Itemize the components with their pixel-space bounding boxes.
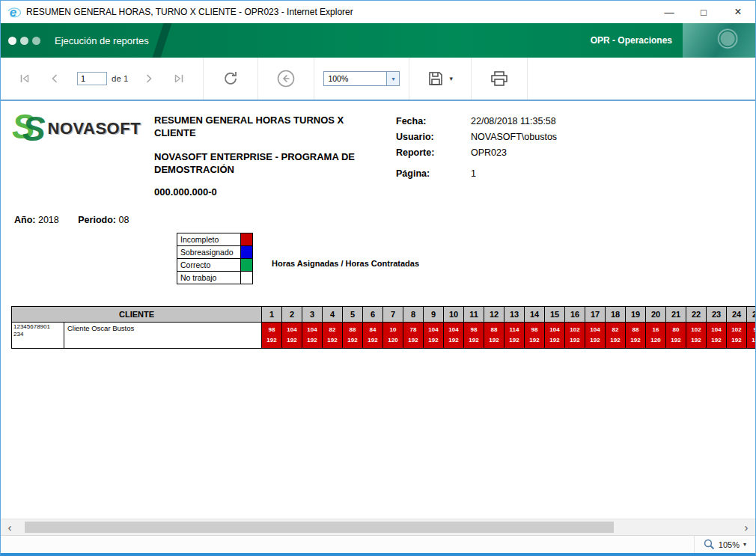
day-header-cell: 22 (686, 307, 707, 323)
previous-page-icon (49, 73, 61, 85)
day-header-cell: 7 (383, 307, 403, 323)
close-button[interactable]: × (721, 1, 755, 23)
last-page-button[interactable] (164, 68, 194, 89)
hours-cell-values: 10120 (383, 323, 403, 348)
hours-contracted: 192 (287, 337, 296, 343)
hours-cell: 98192 (464, 323, 484, 349)
chevron-down-icon[interactable]: ▾ (386, 72, 399, 85)
hours-cell-values: 82192 (323, 323, 342, 348)
hours-contracted: 192 (752, 337, 755, 343)
zoom-select-value: 100% (324, 72, 386, 85)
window-controls: — □ × (652, 1, 755, 23)
hours-cell-values: 84192 (363, 323, 382, 348)
meta-label: Usuario: (396, 132, 471, 142)
hours-assigned: 98 (754, 327, 755, 333)
report-meta: Fecha:22/08/2018 11:35:58Usuario:NOVASOF… (396, 116, 748, 184)
header-decorative-image (683, 23, 755, 58)
hours-contracted: 120 (388, 337, 397, 343)
year-filter: Año: 2018 (14, 215, 59, 225)
hours-cell: 104192 (424, 323, 444, 349)
hours-cell: 82192 (323, 323, 343, 349)
hours-cell-values: 114192 (504, 323, 524, 348)
back-to-parent-button[interactable] (267, 64, 305, 93)
hours-cell: 98192 (262, 323, 282, 349)
zoom-select[interactable]: 100% ▾ (323, 71, 400, 86)
scrollbar-thumb[interactable] (25, 522, 614, 533)
titlebar: e RESUMEN GENERAL HORAS, TURNO X CLIENTE… (1, 1, 755, 23)
day-header-cell: 12 (484, 307, 504, 323)
first-page-button[interactable] (10, 68, 40, 89)
svg-text:S: S (22, 109, 46, 146)
hours-cell-values: 104192 (282, 323, 302, 348)
day-header-cell: 14 (525, 307, 545, 323)
minimize-button[interactable]: — (652, 1, 686, 23)
internet-explorer-icon: e (7, 4, 22, 19)
save-export-button[interactable]: ▾ (418, 66, 462, 91)
hours-cell: 10120 (383, 323, 403, 349)
save-floppy-icon (427, 70, 444, 87)
hours-contracted: 192 (469, 337, 478, 343)
hours-contracted: 192 (590, 337, 600, 343)
header-notch-decoration (152, 23, 171, 58)
day-header-cell: 10 (444, 307, 464, 323)
report-nit: 000.000.000-0 (154, 186, 368, 199)
hours-contracted: 192 (368, 337, 377, 343)
legend-table: IncompletoSobreasignadoCorrectoNo trabaj… (177, 233, 253, 284)
client-id-cell: 12345678901 234 (12, 323, 64, 349)
hours-contracted: 192 (428, 337, 438, 343)
day-header-cell: 23 (707, 307, 727, 323)
meta-value: 22/08/2018 11:35:58 (471, 116, 556, 126)
page-title: Ejecución de reportes (55, 35, 149, 46)
meta-label: Fecha: (396, 116, 471, 126)
novasoft-logo: S S NOVASOFT NOVASOFT (11, 107, 146, 149)
day-header-cell: 5 (343, 307, 363, 323)
hours-contracted: 192 (489, 337, 499, 343)
previous-page-button[interactable] (40, 68, 70, 89)
hours-assigned: 88 (350, 327, 356, 333)
hours-cell: 88192 (626, 323, 646, 349)
hours-table: CLIENTE 12345678910111213141516171819202… (11, 306, 755, 349)
scrollbar-track[interactable] (19, 519, 737, 535)
legend-color-swatch (241, 246, 253, 259)
browser-window: e RESUMEN GENERAL HORAS, TURNO X CLIENTE… (0, 0, 756, 556)
hours-contracted: 192 (448, 337, 458, 343)
page-number-input[interactable] (77, 72, 107, 85)
refresh-group (204, 58, 258, 100)
report-title-block: RESUMEN GENERAL HORAS TURNOS X CLIENTE N… (154, 114, 368, 198)
scroll-right-icon[interactable]: › (737, 520, 755, 535)
next-page-button[interactable] (134, 68, 164, 89)
hours-contracted: 192 (529, 337, 539, 343)
meta-value: OPR023 (471, 147, 507, 158)
hours-contracted: 192 (266, 337, 276, 343)
legend-row: Incompleto (177, 233, 253, 246)
browser-zoom-control[interactable]: 105% ▾ (694, 536, 755, 553)
hours-cell-values: 104192 (545, 323, 564, 348)
hours-assigned: 104 (448, 327, 458, 333)
hours-contracted: 192 (347, 337, 357, 343)
hours-cell-values: 98192 (262, 323, 281, 348)
hours-cell-values: 88192 (484, 323, 504, 348)
hours-cell-values: 104192 (302, 323, 322, 348)
hours-assigned: 104 (307, 327, 317, 333)
hours-contracted: 192 (509, 337, 519, 343)
hours-contracted: 192 (327, 337, 337, 343)
hours-assigned: 84 (370, 327, 377, 333)
pagination-group: de 1 (1, 58, 204, 100)
hours-cell: 102192 (686, 323, 707, 349)
refresh-button[interactable] (213, 65, 249, 92)
horizontal-scrollbar[interactable]: ‹ › (1, 519, 755, 535)
refresh-icon (222, 70, 240, 88)
back-group (258, 58, 314, 100)
dot-icon (32, 37, 40, 45)
hours-contracted: 120 (650, 337, 660, 343)
hours-assigned: 98 (471, 327, 478, 333)
dot-icon (8, 37, 16, 45)
maximize-button[interactable]: □ (686, 1, 721, 23)
legend-color-swatch (241, 233, 253, 246)
day-header-cell: 24 (727, 307, 747, 323)
scroll-left-icon[interactable]: ‹ (1, 520, 19, 535)
day-header-cell: 13 (504, 307, 525, 323)
print-button[interactable] (481, 65, 518, 92)
hours-cell-values: 82192 (606, 323, 625, 348)
day-header-cell: 17 (585, 307, 606, 323)
